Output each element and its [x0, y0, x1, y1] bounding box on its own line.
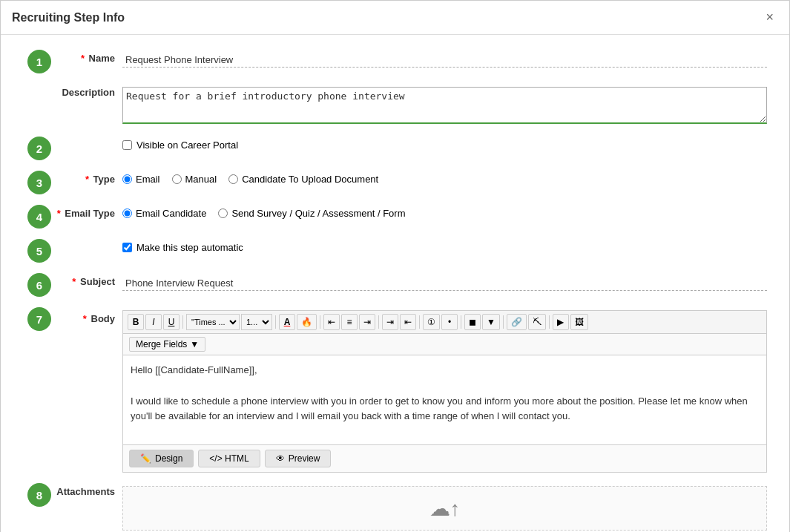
- email-type-radio-survey-input[interactable]: [218, 208, 228, 218]
- merge-fields-arrow: ▼: [190, 339, 199, 349]
- modal-header: Recruiting Step Info ×: [1, 1, 789, 35]
- visible-checkbox[interactable]: [122, 140, 132, 150]
- modal-title: Recruiting Step Info: [12, 11, 125, 24]
- email-type-radio-candidate: Email Candidate: [122, 208, 206, 219]
- design-tab[interactable]: ✏️ Design: [129, 450, 194, 467]
- type-radio-email-label: Email: [136, 174, 160, 185]
- badge-col-5: 5: [23, 239, 56, 263]
- step-badge-3: 3: [27, 171, 51, 194]
- type-radio-upload-input[interactable]: [228, 174, 238, 184]
- step-badge-7: 7: [27, 307, 51, 331]
- subject-input[interactable]: [122, 276, 767, 291]
- highlight-button[interactable]: 🔥: [297, 314, 317, 330]
- italic-button[interactable]: I: [145, 314, 162, 330]
- subject-row: 6 * Subject: [23, 273, 767, 297]
- badge-col-4: 4: [23, 205, 56, 229]
- name-label: * Name: [56, 50, 122, 64]
- required-star-subject: *: [72, 276, 76, 287]
- attachments-label: Attachments: [56, 483, 122, 497]
- type-radio-manual: Manual: [172, 174, 217, 185]
- visible-checkbox-label: Visible on Career Portal: [136, 139, 238, 151]
- badge-col-6: 6: [23, 273, 56, 297]
- indent-button[interactable]: ⇥: [382, 314, 398, 330]
- subject-field-content: [122, 273, 767, 291]
- badge-col-3: 3: [23, 171, 56, 194]
- step-badge-6: 6: [27, 273, 51, 297]
- align-center-button[interactable]: ≡: [341, 314, 358, 330]
- type-radio-group: Email Manual Candidate To Upload Documen…: [122, 174, 767, 185]
- automatic-checkbox[interactable]: [122, 243, 132, 252]
- rich-text-editor: B I U "Times ... 1... A 🔥: [122, 310, 767, 473]
- outdent-button[interactable]: ⇤: [400, 314, 416, 330]
- type-radio-email: Email: [122, 174, 160, 185]
- modal-container: Recruiting Step Info × 1 * Name Descript…: [0, 0, 790, 532]
- email-type-label: * Email Type: [56, 205, 122, 219]
- ordered-list-button[interactable]: ①: [423, 314, 440, 330]
- required-star-name: *: [81, 53, 85, 64]
- body-line1: Hello [[Candidate-FullName]],: [131, 363, 759, 378]
- link-button[interactable]: 🔗: [507, 314, 527, 330]
- description-field-content: Request for a brief introductory phone i…: [122, 84, 767, 126]
- font-family-select[interactable]: "Times ...: [186, 314, 240, 330]
- divider-3: [320, 315, 320, 329]
- table-button[interactable]: ◼: [464, 314, 481, 330]
- merge-fields-button[interactable]: Merge Fields ▼: [129, 337, 205, 352]
- underline-button[interactable]: U: [163, 314, 180, 330]
- name-input[interactable]: [122, 53, 767, 68]
- preview-icon: 👁: [276, 453, 285, 464]
- editor-tabs: ✏️ Design </> HTML 👁 Preview: [123, 444, 766, 472]
- divider-8: [549, 315, 550, 329]
- name-field-content: [122, 50, 767, 68]
- step-badge-2: 2: [27, 137, 51, 160]
- editor-toolbar: B I U "Times ... 1... A 🔥: [123, 311, 766, 334]
- type-radio-upload: Candidate To Upload Document: [228, 174, 378, 185]
- preview-tab[interactable]: 👁 Preview: [265, 450, 332, 467]
- design-icon: ✏️: [140, 453, 151, 464]
- badge-col-1: 1: [23, 50, 56, 73]
- body-row: 7 * Body B I U "Times ...: [23, 307, 767, 473]
- font-size-select[interactable]: 1...: [241, 314, 272, 330]
- email-type-radio-candidate-input[interactable]: [122, 208, 132, 218]
- unlink-button[interactable]: ⛏: [528, 314, 546, 330]
- align-right-button[interactable]: ⇥: [359, 314, 375, 330]
- automatic-row: 5 Make this step automatic: [23, 239, 767, 263]
- align-left-button[interactable]: ⇤: [323, 314, 340, 330]
- badge-col-7: 7: [23, 307, 56, 331]
- text-color-button[interactable]: A: [279, 314, 295, 330]
- divider-7: [503, 315, 504, 329]
- table-dropdown-button[interactable]: ▼: [482, 314, 500, 330]
- type-radio-upload-label: Candidate To Upload Document: [242, 174, 378, 185]
- automatic-checkbox-row: Make this step automatic: [122, 242, 767, 253]
- badge-col-2: 2: [23, 137, 56, 160]
- type-radio-manual-input[interactable]: [172, 174, 182, 184]
- description-input[interactable]: Request for a brief introductory phone i…: [122, 87, 767, 124]
- unordered-list-button[interactable]: •: [441, 314, 458, 330]
- modal-close-button[interactable]: ×: [761, 8, 778, 27]
- attachments-dropzone[interactable]: ☁↑: [122, 486, 767, 531]
- attachments-field-content: ☁↑: [122, 483, 767, 531]
- email-type-radio-survey: Send Survey / Quiz / Assessment / Form: [218, 208, 405, 219]
- body-label: * Body: [56, 307, 122, 324]
- editor-body[interactable]: Hello [[Candidate-FullName]], I would li…: [123, 355, 766, 444]
- image-button[interactable]: 🖼: [570, 314, 588, 330]
- attachments-row: 8 Attachments ☁↑: [23, 483, 767, 531]
- step-badge-8: 8: [27, 483, 51, 507]
- automatic-checkbox-label: Make this step automatic: [136, 242, 243, 253]
- badge-col-8: 8: [23, 483, 56, 507]
- upload-icon: ☁↑: [429, 496, 461, 521]
- step-badge-1: 1: [27, 50, 51, 73]
- type-row: 3 * Type Email Manual: [23, 171, 767, 194]
- type-radio-email-input[interactable]: [122, 174, 132, 184]
- email-type-field-content: Email Candidate Send Survey / Quiz / Ass…: [122, 205, 767, 219]
- visible-label-empty: [56, 137, 122, 139]
- html-tab[interactable]: </> HTML: [198, 450, 260, 467]
- divider-1: [182, 315, 183, 329]
- play-button[interactable]: ▶: [553, 314, 569, 330]
- email-type-radio-survey-label: Send Survey / Quiz / Assessment / Form: [231, 208, 405, 219]
- automatic-label-empty: [56, 239, 122, 242]
- bold-button[interactable]: B: [128, 314, 144, 330]
- email-type-row: 4 * Email Type Email Candidate Send Surv…: [23, 205, 767, 229]
- divider-2: [275, 315, 276, 329]
- required-star-type: *: [85, 174, 89, 185]
- html-tab-label: </> HTML: [209, 453, 248, 464]
